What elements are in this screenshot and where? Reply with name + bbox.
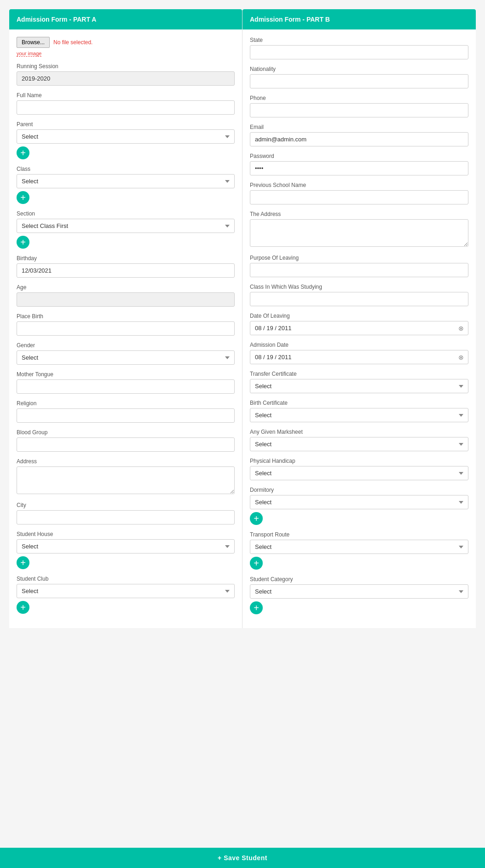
physical-handicap-group: Physical Handicap Select (250, 458, 468, 480)
section-add-button[interactable]: + (17, 236, 29, 249)
purpose-leaving-label: Purpose Of Leaving (250, 255, 468, 261)
purpose-leaving-group: Purpose Of Leaving (250, 255, 468, 277)
class-studying-group: Class In Which Was Studying (250, 284, 468, 306)
nationality-label: Nationality (250, 66, 468, 72)
part-b-header: Admission Form - PART B (242, 9, 476, 29)
password-label: Password (250, 153, 468, 159)
place-birth-input[interactable] (17, 321, 235, 336)
age-input (17, 292, 235, 307)
blood-group-input[interactable] (17, 437, 235, 452)
form-grid: Admission Form - PART A Browse... No fil… (9, 9, 476, 628)
save-bar: + Save Student (0, 848, 485, 868)
place-birth-label: Place Birth (17, 313, 235, 320)
transfer-cert-label: Transfer Certificate (250, 371, 468, 377)
marksheet-select[interactable]: Select (250, 437, 468, 451)
student-category-add-button[interactable]: + (250, 601, 263, 614)
student-category-select[interactable]: Select (250, 584, 468, 599)
city-input[interactable] (17, 510, 235, 524)
nationality-group: Nationality (250, 66, 468, 88)
birth-cert-select[interactable]: Select (250, 408, 468, 422)
student-category-group: Student Category Select + (250, 576, 468, 614)
previous-school-input[interactable] (250, 190, 468, 204)
city-label: City (17, 502, 235, 508)
transfer-cert-select[interactable]: Select (250, 379, 468, 393)
city-group: City (17, 502, 235, 524)
transport-route-label: Transport Route (250, 531, 468, 538)
transport-route-add-button[interactable]: + (250, 557, 263, 570)
class-label: Class (17, 166, 235, 172)
purpose-leaving-input[interactable] (250, 263, 468, 277)
parent-add-button[interactable]: + (17, 146, 29, 159)
dormitory-add-button[interactable]: + (250, 512, 263, 525)
part-b-body: State Nationality Phone Email (242, 29, 476, 628)
address-textarea[interactable] (17, 466, 235, 494)
dormitory-select[interactable]: Select (250, 495, 468, 509)
password-input[interactable] (250, 161, 468, 175)
part-a-section: Admission Form - PART A Browse... No fil… (9, 9, 242, 628)
class-add-button[interactable]: + (17, 191, 29, 204)
phone-group: Phone (250, 95, 468, 117)
phone-label: Phone (250, 95, 468, 101)
student-house-select[interactable]: Select (17, 539, 235, 553)
student-club-group: Student Club Select + (17, 576, 235, 614)
religion-input[interactable] (17, 408, 235, 423)
email-label: Email (250, 124, 468, 130)
part-b-section: Admission Form - PART B State Nationalit… (242, 9, 476, 628)
mother-tongue-group: Mother Tongue (17, 371, 235, 394)
admission-date-wrap: ⊗ (250, 350, 468, 364)
section-select[interactable]: Select Class First (17, 219, 235, 233)
student-club-select[interactable]: Select (17, 584, 235, 598)
the-address-label: The Address (250, 211, 468, 217)
physical-handicap-select[interactable]: Select (250, 466, 468, 480)
student-club-add-button[interactable]: + (17, 601, 29, 614)
state-input[interactable] (250, 45, 468, 59)
student-house-add-button[interactable]: + (17, 556, 29, 569)
admission-date-group: Admission Date ⊗ (250, 342, 468, 364)
section-label: Section (17, 210, 235, 217)
the-address-textarea[interactable] (250, 219, 468, 247)
browse-button[interactable]: Browse... (17, 37, 50, 48)
student-house-label: Student House (17, 531, 235, 537)
parent-select[interactable]: Select (17, 129, 235, 144)
date-leaving-clear-icon[interactable]: ⊗ (458, 325, 464, 332)
class-select[interactable]: Select (17, 174, 235, 188)
class-studying-label: Class In Which Was Studying (250, 284, 468, 290)
save-student-button[interactable]: + Save Student (218, 854, 267, 862)
mother-tongue-label: Mother Tongue (17, 371, 235, 378)
date-leaving-input[interactable] (250, 321, 468, 335)
gender-select[interactable]: Select (17, 350, 235, 365)
admission-date-clear-icon[interactable]: ⊗ (458, 354, 464, 361)
previous-school-group: Previous School Name (250, 182, 468, 204)
file-row: Browse... No file selected. (17, 37, 235, 48)
state-group: State (250, 37, 468, 59)
full-name-label: Full Name (17, 92, 235, 99)
part-a-body: Browse... No file selected. your image R… (9, 29, 242, 628)
physical-handicap-label: Physical Handicap (250, 458, 468, 464)
student-club-label: Student Club (17, 576, 235, 582)
phone-input[interactable] (250, 103, 468, 117)
blood-group-label: Blood Group (17, 429, 235, 436)
religion-group: Religion (17, 400, 235, 423)
age-group: Age (17, 284, 235, 307)
age-label: Age (17, 284, 235, 291)
your-image-text: your image (17, 51, 41, 57)
mother-tongue-input[interactable] (17, 379, 235, 394)
date-leaving-group: Date Of Leaving ⊗ (250, 313, 468, 335)
transport-route-select[interactable]: Select (250, 540, 468, 554)
dormitory-group: Dormitory Select + (250, 487, 468, 525)
marksheet-label: Any Given Marksheet (250, 429, 468, 435)
dormitory-label: Dormitory (250, 487, 468, 493)
full-name-input[interactable] (17, 100, 235, 115)
gender-group: Gender Select (17, 342, 235, 365)
marksheet-group: Any Given Marksheet Select (250, 429, 468, 451)
page-wrapper: Admission Form - PART A Browse... No fil… (0, 0, 485, 868)
date-leaving-wrap: ⊗ (250, 321, 468, 335)
birthday-input[interactable] (17, 263, 235, 278)
class-studying-input[interactable] (250, 292, 468, 306)
email-input[interactable] (250, 132, 468, 146)
nationality-input[interactable] (250, 74, 468, 88)
running-session-input (17, 71, 235, 86)
your-image-label: your image (17, 50, 235, 57)
birthday-group: Birthday (17, 255, 235, 278)
admission-date-input[interactable] (250, 350, 468, 364)
